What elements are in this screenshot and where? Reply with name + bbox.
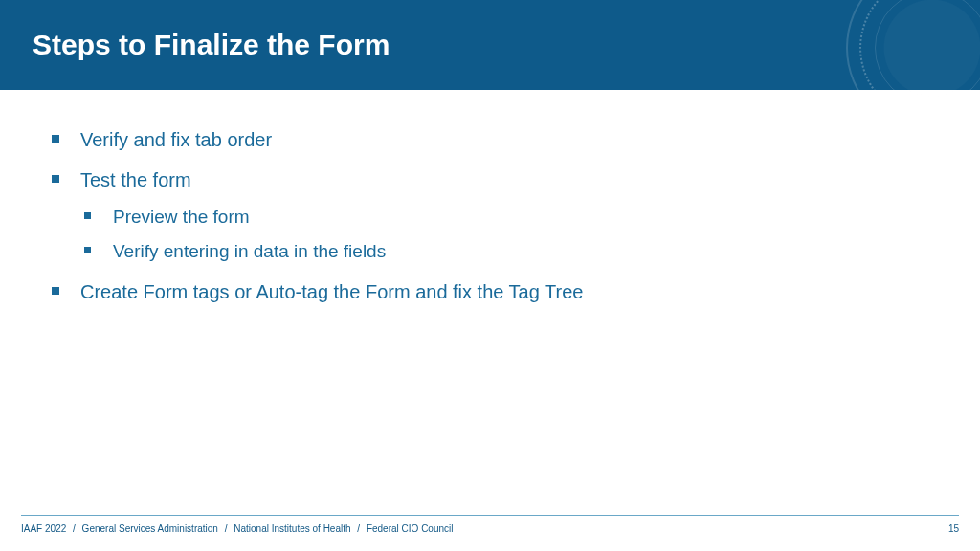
list-item: Create Form tags or Auto-tag the Form an… [48,276,932,307]
bullet-text: Test the form [80,169,191,190]
sub-bullet-list: Preview the form Verify entering in data… [80,203,932,267]
footer-part: IAAF 2022 [21,523,66,534]
bullet-text: Verify entering in data in the fields [113,241,386,261]
list-item: Test the form Preview the form Verify en… [48,165,932,267]
bullet-text: Preview the form [113,207,250,227]
footer-part: Federal CIO Council [367,523,454,534]
slide-footer: IAAF 2022 / General Services Administrat… [21,515,959,534]
slide-title: Steps to Finalize the Form [33,29,390,61]
list-item: Verify and fix tab order [48,124,932,155]
bullet-text: Create Form tags or Auto-tag the Form an… [80,281,583,302]
bullet-list: Verify and fix tab order Test the form P… [48,124,932,307]
bullet-text: Verify and fix tab order [80,129,272,150]
page-number: 15 [948,523,959,534]
footer-sep: / [73,523,76,534]
footer-text: IAAF 2022 / General Services Administrat… [21,523,453,534]
footer-sep: / [357,523,360,534]
footer-part: General Services Administration [82,523,218,534]
slide-content: Verify and fix tab order Test the form P… [0,90,980,307]
list-item: Verify entering in data in the fields [80,237,932,266]
footer-part: National Institutes of Health [234,523,350,534]
footer-sep: / [225,523,228,534]
list-item: Preview the form [80,203,932,231]
slide-header: Steps to Finalize the Form [0,0,980,90]
